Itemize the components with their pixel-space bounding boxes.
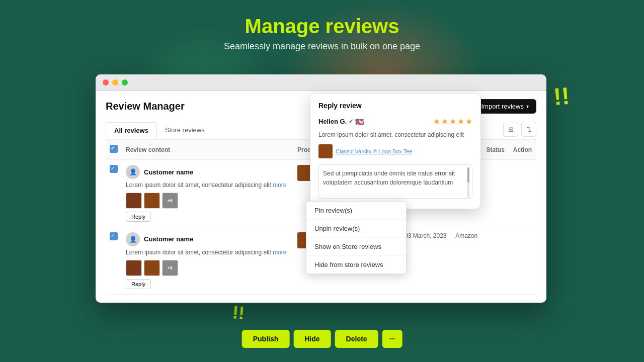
action-bar: Publish Hide Delete ··· — [242, 330, 403, 348]
select-all-checkbox[interactable] — [110, 145, 118, 153]
row2-thumb1 — [126, 260, 142, 276]
row2-review-text: Lorem ipsum dolor sit amet, consectetur … — [126, 248, 289, 257]
row2-reply-button[interactable]: Reply — [126, 279, 151, 289]
app-title: Review Manager — [106, 101, 185, 112]
delete-button[interactable]: Delete — [335, 330, 378, 348]
tab-all-reviews[interactable]: All reviews — [106, 122, 157, 139]
row2-status — [482, 227, 509, 294]
reply-textarea[interactable] — [318, 164, 472, 199]
hero-subtitle: Seamlessly manage reviews in bulk on one… — [0, 41, 644, 52]
row1-thumb2 — [144, 193, 160, 209]
dropdown-item-unpin[interactable]: Unpin review(s) — [306, 220, 406, 238]
row2-action — [509, 227, 536, 294]
filter-icon-button[interactable]: ⊞ — [503, 122, 518, 137]
hero-title: Manage reviews — [0, 14, 644, 38]
row2-checkbox[interactable] — [110, 232, 118, 240]
scrollbar-track — [467, 167, 469, 198]
row2-review-content: 👤 Customer name Lorem ipsum dolor sit am… — [122, 227, 293, 294]
tabs-right: ⊞ ⇅ — [503, 122, 536, 139]
import-chevron-icon: ▾ — [526, 104, 529, 109]
import-reviews-button[interactable]: Import reviews ▾ — [473, 99, 536, 114]
row1-reply-button[interactable]: Reply — [126, 212, 151, 222]
row1-checkbox[interactable] — [110, 165, 118, 173]
dropdown-item-hide-store[interactable]: Hide from store reviews — [306, 256, 406, 274]
row2-more-link[interactable]: more — [273, 249, 286, 256]
reviewer-name: Hellen G. ✔ 🇺🇸 — [318, 118, 364, 126]
scrollbar-thumb[interactable] — [467, 167, 469, 183]
reviewer-header: Hellen G. ✔ 🇺🇸 ★ ★ ★ ★ ★ — [318, 117, 472, 126]
star3: ★ — [449, 117, 456, 126]
exclaim-decoration-bottom: !! — [231, 303, 245, 322]
tab-store-reviews[interactable]: Store reviews — [157, 122, 213, 139]
star4: ★ — [457, 117, 464, 126]
reply-panel-title: Reply review — [318, 102, 472, 110]
row1-review-text: Lorem ipsum dolor sit amet, consectetur … — [126, 181, 289, 190]
row2-thumb-more: +6 — [162, 260, 178, 276]
row1-action — [509, 160, 536, 227]
dropdown-menu: Pin review(s) Unpin review(s) Show on St… — [306, 201, 407, 274]
dropdown-item-show-store[interactable]: Show on Store reviews — [306, 238, 406, 256]
row1-status — [482, 160, 509, 227]
row2-date: 03 March, 2023 — [400, 227, 451, 294]
product-ref-link[interactable]: Classic Varcity ® Logo Box Tee — [336, 148, 413, 154]
row1-thumb-more: +6 — [162, 193, 178, 209]
row2-product-images: +6 — [126, 260, 289, 276]
exclaim-decoration-right: !! — [552, 84, 571, 110]
star1: ★ — [433, 117, 440, 126]
hide-button[interactable]: Hide — [293, 330, 331, 348]
product-ref: Classic Varcity ® Logo Box Tee — [318, 144, 472, 158]
row1-customer-name: Customer name — [144, 168, 193, 176]
star5: ★ — [465, 117, 472, 126]
window-maximize-dot[interactable] — [122, 79, 128, 85]
row2-thumb2 — [144, 260, 160, 276]
flag-icon: 🇺🇸 — [355, 118, 364, 126]
row1-product-images: +6 — [126, 193, 289, 209]
filter-icon: ⊞ — [508, 126, 514, 133]
window-close-dot[interactable] — [103, 79, 109, 85]
row2-customer-name: Customer name — [144, 235, 193, 243]
publish-button[interactable]: Publish — [242, 330, 290, 348]
reviewer-stars: ★ ★ ★ ★ ★ — [433, 117, 472, 126]
row1-avatar: 👤 — [126, 165, 140, 179]
tabs-left: All reviews Store reviews — [106, 122, 213, 139]
star2: ★ — [441, 117, 448, 126]
dropdown-item-pin[interactable]: Pin review(s) — [306, 202, 406, 220]
sort-icon-button[interactable]: ⇅ — [521, 122, 536, 137]
product-ref-icon — [318, 144, 333, 158]
verified-icon: ✔ — [349, 118, 353, 125]
col-action: Action — [509, 140, 536, 160]
row2-source: Amazon — [451, 227, 482, 294]
window-minimize-dot[interactable] — [112, 79, 118, 85]
row2-avatar: 👤 — [126, 232, 140, 246]
row1-review-content: 👤 Customer name Lorem ipsum dolor sit am… — [122, 160, 293, 227]
reply-review-panel: Reply review Hellen G. ✔ 🇺🇸 ★ ★ ★ ★ ★ Lo… — [310, 93, 481, 209]
col-review-content: Review content — [122, 140, 293, 160]
col-status: Status — [482, 140, 509, 160]
review-body-text: Lorem ipsum dolor sit amet, consectetur … — [318, 130, 472, 139]
row1-thumb1 — [126, 193, 142, 209]
browser-titlebar — [96, 74, 546, 91]
more-button[interactable]: ··· — [382, 330, 403, 348]
hero-section: Manage reviews Seamlessly manage reviews… — [0, 0, 644, 52]
row1-more-link[interactable]: more — [273, 182, 286, 189]
sort-icon: ⇅ — [526, 126, 532, 133]
